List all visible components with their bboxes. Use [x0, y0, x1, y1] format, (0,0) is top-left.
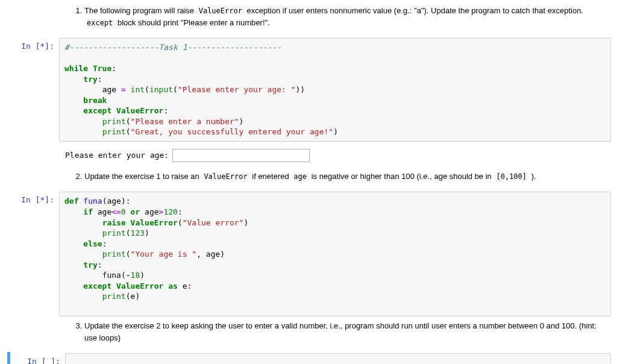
kw-raise: raise: [102, 218, 126, 227]
task1-text-post: block should print "Please enter a numbe…: [117, 18, 270, 27]
op-eq: =: [121, 85, 126, 94]
str-yourage: "Your age is ": [131, 249, 197, 259]
notebook-container: The following program will raise ValueEr…: [0, 0, 617, 364]
fn-print4: print: [102, 249, 126, 259]
kw-except: except: [83, 106, 111, 115]
num-120: 120: [163, 207, 177, 216]
code-cell-1: In [*]: #-------------------Task 1------…: [0, 37, 617, 143]
cond-a: age: [93, 207, 111, 216]
task2-description: Update the exercise 1 to raise an ValueE…: [0, 171, 617, 191]
cell1-code[interactable]: #-------------------Task 1--------------…: [59, 38, 611, 142]
fn-print5: print: [102, 292, 126, 301]
str-valerr: "Value error": [183, 218, 244, 227]
cond-b: age: [140, 207, 158, 216]
fn-print3: print: [102, 228, 126, 237]
age-input[interactable]: [172, 149, 310, 162]
str-msg2: "Great, you successfully entered your ag…: [131, 127, 334, 136]
age-code: age: [291, 172, 309, 181]
cell3-wrapper: In [ ]:: [0, 352, 617, 364]
num-0: 0: [121, 207, 126, 216]
fn-input: input: [149, 85, 173, 94]
arg-e: (e): [126, 292, 140, 301]
kw-except2: except: [83, 281, 111, 290]
fn-print: print: [102, 127, 126, 136]
task2-item: Update the exercise 1 to raise an ValueE…: [84, 171, 611, 183]
output-label: Please enter your age:: [65, 151, 169, 160]
valueerror2: ValueError: [131, 218, 178, 227]
kw-as: as: [168, 281, 178, 290]
task1-description: The following program will raise ValueEr…: [0, 5, 617, 37]
range-code: [0,100]: [493, 172, 529, 181]
except-code: except: [84, 18, 115, 28]
task1-text-mid: exception if user enters nonnumeric valu…: [247, 6, 583, 15]
comment: #-------------------Task 1--------------…: [64, 43, 281, 52]
op-neg: -: [126, 271, 131, 280]
valueerror-code2: ValueError: [201, 172, 249, 181]
str-msg1: "Please enter a number": [131, 117, 239, 126]
task3-description: Update the exercise 2 to keep asking the…: [0, 320, 617, 352]
kw-try: try: [83, 75, 97, 84]
args: (age):: [102, 196, 131, 206]
code-cell-2: In [*]: def funa(age): if age<=0 or age>…: [0, 190, 617, 318]
task1-item: The following program will raise ValueEr…: [84, 5, 611, 28]
fn-print: print: [102, 117, 126, 126]
task3-item: Update the exercise 2 to keep asking the…: [84, 320, 611, 344]
cell3-prompt: In [ ]:: [12, 353, 65, 364]
task1-text-pre: The following program will raise: [84, 6, 196, 15]
cell2-prompt: In [*]:: [6, 192, 59, 204]
run-indicator: [7, 352, 10, 364]
num-18: 18: [131, 271, 140, 280]
fn-funa: funa: [83, 196, 102, 206]
var-age: age: [102, 85, 121, 94]
num-123: 123: [131, 228, 145, 237]
valueerror3: ValueError: [116, 281, 163, 290]
call-funa: funa(: [102, 271, 126, 280]
valueerror: ValueError: [116, 106, 163, 115]
task2-post: ).: [531, 172, 536, 181]
cell1-prompt: In [*]:: [6, 38, 59, 51]
cell1-output: Please enter your age:: [60, 145, 617, 168]
cell3-code[interactable]: [65, 353, 611, 364]
kw-def: def: [64, 196, 78, 206]
valueerror-code: ValueError: [196, 6, 245, 16]
task2-mid2: is negative or higher than 100 (i.e., ag…: [312, 172, 494, 181]
kw-true: True: [93, 64, 111, 73]
arg-age: , age): [196, 249, 225, 259]
cell2-code[interactable]: def funa(age): if age<=0 or age>120: rai…: [59, 192, 611, 316]
task2-pre: Update the exercise 1 to raise an: [84, 172, 201, 181]
task2-mid1: if enetered: [252, 172, 291, 181]
fn-int: int: [126, 85, 145, 94]
kw-break: break: [83, 96, 107, 105]
op-le: <=: [111, 207, 121, 216]
code-cell-3: In [ ]:: [0, 352, 617, 364]
kw-try2: try: [83, 260, 97, 269]
kw-if: if: [83, 207, 93, 216]
kw-while: while: [64, 64, 88, 73]
str-prompt: "Please enter your age: ": [178, 85, 296, 94]
var-e: e:: [178, 281, 192, 290]
kw-or: or: [131, 207, 140, 216]
kw-else: else: [83, 239, 102, 248]
